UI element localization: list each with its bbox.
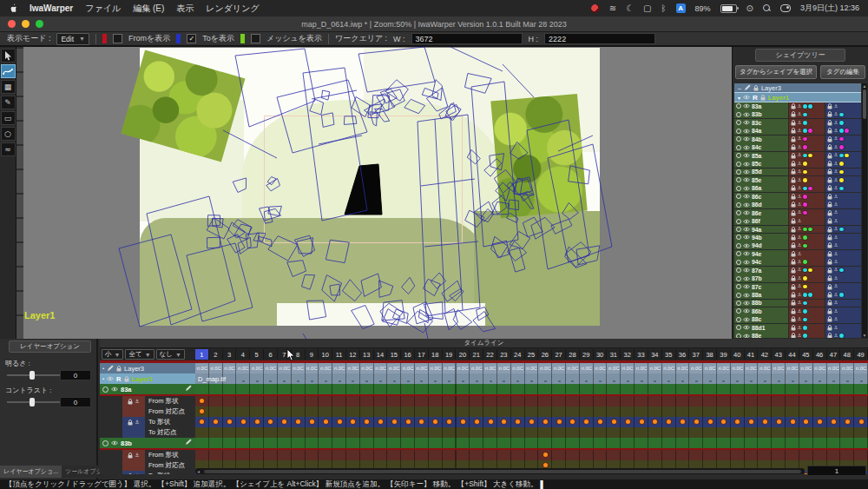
keyframe-dot[interactable] — [351, 420, 355, 424]
shape-name-cell[interactable]: 85d — [734, 169, 788, 176]
frame-cell[interactable]: ri.0C — [387, 363, 401, 373]
anchor-icon[interactable]: ⚓ — [834, 276, 838, 281]
frame-number-header[interactable]: 1234567891011121314151617181920212223242… — [195, 348, 868, 360]
keyframe-dot[interactable] — [529, 420, 534, 424]
anchor-icon[interactable]: ⚓ — [798, 210, 802, 215]
shape-to-cell[interactable]: ⚓ — [825, 152, 861, 160]
keyframe-dot[interactable] — [543, 453, 548, 457]
anchor-icon[interactable]: ⚓ — [798, 268, 802, 273]
keyframe-dot[interactable] — [626, 420, 630, 424]
target-icon[interactable] — [736, 112, 741, 117]
target-icon[interactable] — [736, 129, 741, 134]
shape-name-cell[interactable]: 94c — [734, 258, 788, 266]
lock-icon[interactable] — [791, 128, 796, 134]
target-icon[interactable] — [736, 194, 741, 199]
anchor-icon[interactable]: ⚓ — [798, 104, 802, 109]
mesh-shape[interactable] — [527, 120, 589, 269]
frame-header-25[interactable]: 25 — [525, 349, 539, 360]
shape-to-cell[interactable]: ⚓ — [825, 209, 861, 217]
mesh-shape[interactable] — [207, 218, 229, 239]
frame-cell[interactable]: ri.0C — [332, 363, 346, 373]
shape-to-cell[interactable]: ⚓ — [825, 300, 861, 307]
anchor-icon[interactable]: ⚓ — [834, 243, 838, 248]
anchor-icon[interactable]: ⚓ — [834, 145, 838, 150]
tag-dot-cyan[interactable] — [803, 113, 807, 117]
apple-icon[interactable] — [9, 3, 17, 13]
shape-name-cell[interactable]: 84c — [734, 143, 788, 151]
tag-dot-magenta[interactable] — [803, 202, 807, 207]
mesh-shape[interactable] — [569, 166, 590, 184]
tag-dot-yellow[interactable] — [803, 170, 807, 175]
shape-from-cell[interactable]: ⚓ — [789, 201, 825, 208]
anchor-icon[interactable]: ⚓ — [798, 260, 802, 265]
mesh-shape[interactable] — [326, 240, 349, 262]
input-source-icon[interactable]: A — [676, 3, 686, 13]
shape-to-cell[interactable]: ⚓ — [825, 184, 861, 192]
keyframe-dot[interactable] — [227, 420, 232, 424]
mesh-shape[interactable] — [490, 154, 504, 170]
mesh-shape[interactable] — [302, 274, 315, 289]
lock-icon[interactable] — [827, 300, 832, 306]
timeline-layer3-label[interactable]: •Layer3 — [100, 363, 195, 373]
mesh-shape[interactable] — [322, 275, 342, 301]
subrow-label[interactable]: ⚓To 形状 — [100, 417, 195, 427]
shape-row-88b[interactable]: 88b⚓⚓ — [734, 300, 861, 307]
anchor-icon[interactable]: ⚓ — [798, 195, 802, 200]
frame-cell[interactable]: ri.0C — [717, 363, 731, 373]
keyframe-dot[interactable] — [241, 420, 246, 424]
shape-from-cell[interactable]: ⚓ — [789, 160, 825, 168]
anchor-icon[interactable]: ⚓ — [798, 112, 802, 117]
target-icon[interactable] — [736, 136, 741, 142]
target-icon[interactable] — [102, 387, 108, 393]
tag-dot-magenta[interactable] — [803, 137, 807, 142]
shape-tree-scrollbar[interactable]: ▲ ▼ — [862, 83, 867, 338]
anchor-icon[interactable]: ⚓ — [834, 178, 838, 183]
frame-cell[interactable]: ri.0C — [443, 363, 457, 373]
eye-icon[interactable] — [107, 376, 114, 381]
mesh-shape[interactable] — [508, 241, 527, 261]
eye-icon[interactable] — [743, 120, 750, 125]
frame-cell[interactable]: ri.0C — [799, 363, 813, 373]
mesh-shape[interactable] — [187, 243, 253, 321]
frame-header-47[interactable]: 47 — [827, 349, 841, 360]
anchor-icon[interactable]: ⚓ — [798, 202, 802, 208]
control-center-icon[interactable] — [780, 4, 791, 12]
shape-row-88d1[interactable]: 88d1⚓⚓ — [734, 324, 861, 332]
tag-dot-yellow[interactable] — [808, 268, 812, 273]
tag-dot-cyan[interactable] — [839, 121, 844, 125]
anchor-icon[interactable]: ⚓ — [798, 162, 802, 167]
menu-app-name[interactable]: IwaWarper — [30, 3, 73, 13]
lock-icon[interactable] — [827, 284, 832, 290]
eye-icon[interactable] — [743, 95, 750, 100]
mesh-shape[interactable] — [382, 301, 404, 320]
frame-cell[interactable]: ri.0C — [511, 363, 525, 373]
shape-from-cell[interactable]: ⚓ — [789, 283, 825, 291]
mesh-shape[interactable] — [383, 309, 400, 326]
anchor-icon[interactable]: ⚓ — [798, 235, 802, 241]
shape-name-cell[interactable]: 94e — [734, 250, 788, 258]
shape-row-86b[interactable]: 86b⚓⚓ — [734, 307, 861, 315]
frame-header-32[interactable]: 32 — [621, 349, 635, 360]
eye-icon[interactable] — [743, 162, 750, 167]
frame-cell[interactable]: ri.0C — [607, 363, 621, 373]
anchor-icon[interactable]: ⚓ — [798, 301, 802, 306]
frame-cell[interactable]: ri.0C — [635, 363, 648, 373]
keyframe-dot[interactable] — [502, 420, 506, 424]
eye-icon[interactable] — [743, 243, 750, 248]
shape-to-cell[interactable]: ⚓ — [825, 258, 861, 266]
shape-to-cell[interactable]: ⚓ — [825, 241, 861, 249]
shape-to-cell[interactable]: ⚓ — [825, 226, 861, 234]
tag-dot-green[interactable] — [803, 244, 807, 248]
lock-icon[interactable] — [827, 242, 832, 248]
shape-name-cell[interactable]: 88c — [734, 315, 788, 323]
frame-header-11[interactable]: 11 — [332, 349, 346, 360]
subrow-cells[interactable] — [195, 427, 868, 438]
tag-dot-green[interactable] — [808, 228, 812, 232]
shape-from-cell[interactable]: ⚓ — [789, 193, 825, 201]
timeline-size-dropdown[interactable]: 小▼ — [102, 349, 123, 360]
eye-icon[interactable] — [743, 301, 750, 306]
anchor-icon[interactable]: ⚓ — [798, 243, 802, 248]
frame-header-24[interactable]: 24 — [511, 349, 525, 360]
anchor-icon[interactable]: ⚓ — [834, 162, 838, 167]
eye-icon[interactable] — [111, 387, 118, 392]
